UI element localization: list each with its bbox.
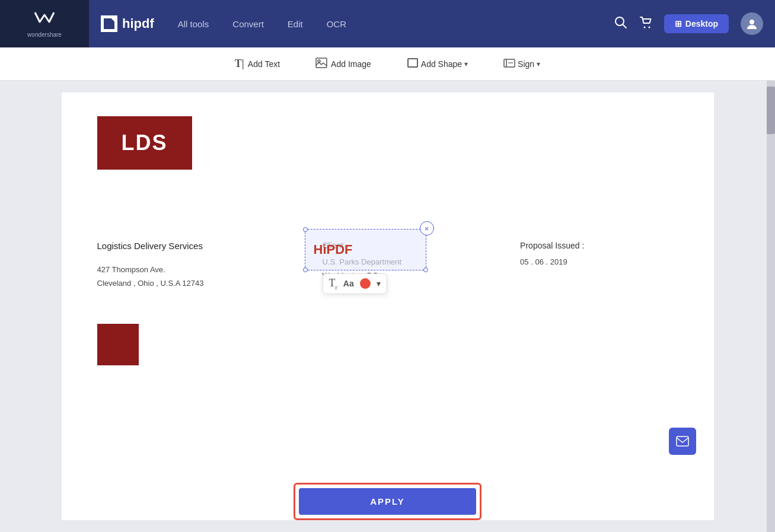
handle-top-left[interactable] — [303, 227, 308, 232]
format-color-picker[interactable] — [360, 278, 371, 289]
wondershare-logo: wondershare — [0, 0, 89, 47]
nav-all-tools[interactable]: All tools — [178, 19, 209, 29]
handle-bottom-right[interactable] — [423, 267, 428, 272]
hipdf-brand: hipdf — [101, 15, 154, 32]
format-toolbar: Tr Aa ▾ — [323, 273, 387, 294]
company-name: Logistics Delivery Services — [97, 241, 204, 251]
svg-point-4 — [750, 20, 754, 24]
handle-bottom-left[interactable] — [303, 267, 308, 272]
proposal-column: Proposal Issued : 05 . 06 . 2019 — [520, 241, 584, 291]
desktop-icon: ⊞ — [675, 19, 682, 28]
lds-logo: LDS — [97, 116, 192, 170]
ws-icon — [34, 10, 55, 30]
nav-actions: ⊞ Desktop — [614, 12, 763, 35]
red-square-decoration — [97, 324, 139, 365]
sign-label: Sign — [518, 59, 534, 69]
ws-label: wondershare — [27, 31, 62, 38]
add-image-label: Add Image — [331, 59, 371, 69]
add-text-icon: T| — [235, 58, 244, 70]
scrollbar-thumb — [767, 87, 775, 134]
add-image-icon — [315, 58, 327, 71]
svg-rect-5 — [316, 58, 327, 68]
svg-point-3 — [648, 26, 650, 28]
add-shape-dropdown-icon: ▾ — [464, 60, 468, 68]
scrollbar[interactable] — [767, 81, 775, 532]
nav-links: All tools Convert Edit OCR — [178, 19, 614, 29]
nav-edit[interactable]: Edit — [288, 19, 303, 29]
apply-button[interactable]: APPLY — [299, 488, 476, 515]
format-text-icon[interactable]: Tr — [329, 277, 337, 291]
apply-button-wrapper: APPLY — [294, 483, 481, 520]
sign-dropdown-icon: ▾ — [537, 60, 540, 68]
add-shape-button[interactable]: Add Shape ▾ — [401, 54, 474, 74]
pdf-document: LDS × HiPDF Tr Aa ▾ — [62, 93, 714, 520]
company-column: Logistics Delivery Services 427 Thompson… — [97, 241, 204, 291]
text-annotation-content: HiPDF — [314, 242, 353, 257]
company-address: 427 Thompson Ave. Cleveland , Ohio , U.S… — [97, 263, 204, 291]
nav-ocr[interactable]: OCR — [327, 19, 346, 29]
cart-icon[interactable] — [639, 16, 652, 32]
main-content: LDS × HiPDF Tr Aa ▾ — [0, 81, 775, 532]
address-line2: Cleveland , Ohio , U.S.A 12743 — [97, 279, 204, 288]
svg-rect-8 — [408, 59, 417, 67]
hipdf-brand-name: hipdf — [122, 16, 154, 31]
email-button[interactable] — [669, 428, 696, 455]
user-avatar[interactable] — [741, 12, 763, 35]
desktop-btn-label: Desktop — [685, 19, 718, 28]
svg-line-1 — [623, 24, 626, 28]
address-line1: 427 Thompson Ave. — [97, 265, 165, 274]
add-shape-icon — [407, 58, 419, 71]
format-dropdown-icon[interactable]: ▾ — [377, 279, 381, 288]
top-navigation: wondershare hipdf All tools Convert Edit… — [0, 0, 775, 47]
add-image-button[interactable]: Add Image — [310, 54, 377, 74]
edit-toolbar: T| Add Text Add Image Add Shape ▾ — [0, 47, 775, 81]
add-text-label: Add Text — [248, 59, 280, 69]
text-annotation-container[interactable]: × HiPDF Tr Aa ▾ — [305, 229, 426, 270]
text-box-close-button[interactable]: × — [420, 221, 434, 235]
sign-icon — [503, 58, 515, 71]
apply-area: APPLY — [0, 471, 775, 532]
hipdf-logo-icon — [101, 15, 117, 32]
sign-button[interactable]: Sign ▾ — [497, 54, 546, 74]
proposal-label: Proposal Issued : — [520, 241, 584, 250]
nav-convert[interactable]: Convert — [232, 19, 264, 29]
text-annotation-box[interactable]: × HiPDF — [305, 229, 426, 270]
proposal-date: 05 . 06 . 2019 — [520, 255, 584, 269]
hipdf-logo-inner — [104, 18, 114, 29]
svg-rect-12 — [677, 437, 688, 446]
desktop-button[interactable]: ⊞ Desktop — [664, 14, 729, 33]
format-font-size-icon[interactable]: Aa — [343, 279, 354, 288]
search-icon[interactable] — [614, 16, 627, 32]
svg-point-2 — [643, 26, 645, 28]
add-text-button[interactable]: T| Add Text — [229, 54, 286, 74]
add-shape-label: Add Shape — [421, 59, 462, 69]
svg-rect-7 — [408, 59, 417, 67]
